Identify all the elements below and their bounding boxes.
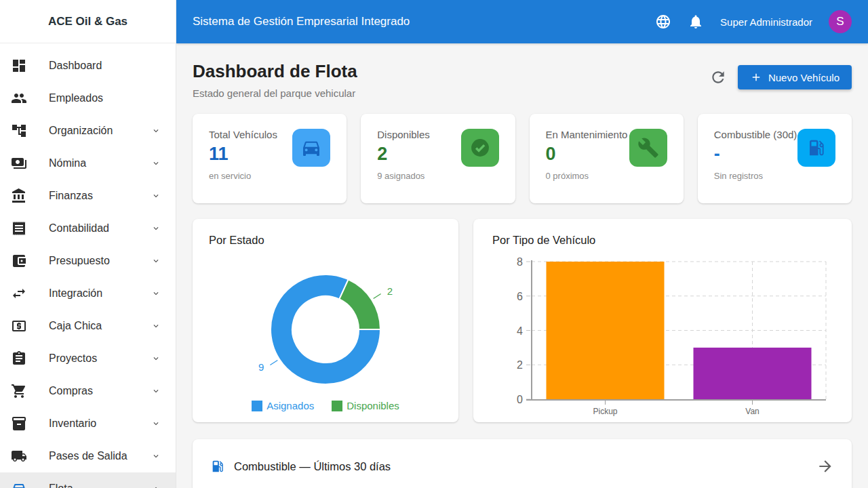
chevron-down-icon: [151, 224, 161, 233]
chevron-down-icon: [151, 191, 161, 201]
org-tree-icon: [11, 123, 27, 139]
arrow-right-icon[interactable]: [816, 458, 834, 475]
chevron-down-icon: [151, 256, 161, 266]
chevron-down-icon: [151, 289, 161, 298]
people-icon: [11, 90, 27, 106]
fuel-pump-icon: [797, 129, 835, 167]
app-title: Sistema de Gestión Empresarial Integrado: [193, 15, 410, 28]
sidebar-item-label: Dashboard: [49, 60, 102, 72]
chevron-up-icon: [151, 484, 161, 488]
chart-legend: AsignadosDisponibles: [193, 400, 458, 411]
chevron-down-icon: [151, 354, 161, 363]
legend-item[interactable]: Disponibles: [332, 400, 399, 411]
sidebar-item-label: Proyectos: [49, 352, 97, 365]
dashboard-icon: [11, 58, 27, 74]
sidebar: ACE Oil & Gas Dashboard Empleados Organi…: [0, 0, 176, 488]
legend-label: Asignados: [267, 400, 314, 411]
stat-card-en-mantenimiento: En Mantenimiento 0 0 próximos: [530, 114, 684, 203]
sidebar-item-inventario[interactable]: Inventario: [0, 407, 176, 440]
legend-label: Disponibles: [347, 400, 399, 411]
sidebar-item-caja-chica[interactable]: Caja Chica: [0, 310, 176, 342]
legend-item[interactable]: Asignados: [252, 400, 314, 411]
stat-card-disponibles: Disponibles 2 9 asignados: [361, 114, 515, 203]
svg-text:6: 6: [517, 291, 523, 302]
sidebar-item-finanzas[interactable]: Finanzas: [0, 180, 176, 212]
globe-icon[interactable]: [655, 14, 671, 30]
car-outline-icon: [11, 481, 27, 488]
wrench-icon: [629, 129, 667, 167]
svg-text:4: 4: [517, 325, 523, 337]
sidebar-item-label: Integración: [49, 287, 102, 300]
check-circle-icon: [461, 129, 499, 167]
page-title: Dashboard de Flota: [193, 61, 357, 82]
sidebar-menu: Dashboard Empleados Organización Nómina …: [0, 43, 176, 488]
bar-chart-card: Por Tipo de Vehículo 02468PickupVan: [473, 219, 852, 422]
sidebar-item-label: Finanzas: [49, 190, 93, 202]
topbar-actions: Super Administrador S: [655, 10, 852, 33]
svg-text:Van: Van: [745, 407, 759, 416]
stat-caption: 0 próximos: [546, 171, 667, 181]
stat-caption: en servicio: [209, 171, 330, 181]
sidebar-item-integracion[interactable]: Integración: [0, 277, 176, 310]
cash-icon: [11, 318, 27, 334]
sidebar-item-contabilidad[interactable]: Contabilidad: [0, 212, 176, 245]
sidebar-item-flota[interactable]: Flota: [0, 472, 176, 488]
sidebar-item-proyectos[interactable]: Proyectos: [0, 342, 176, 375]
bell-icon[interactable]: [688, 14, 704, 30]
main-content: Dashboard de Flota Estado general del pa…: [176, 43, 868, 488]
chevron-down-icon: [151, 159, 161, 168]
donut-chart-title: Por Estado: [193, 234, 458, 250]
wallet-icon: [11, 253, 27, 269]
sidebar-item-label: Pases de Salida: [49, 450, 127, 462]
legend-swatch: [332, 401, 342, 411]
new-vehicle-button[interactable]: Nuevo Vehículo: [738, 65, 852, 89]
sidebar-item-label: Compras: [49, 385, 93, 397]
chevron-down-icon: [151, 451, 161, 461]
bar-chart: 02468PickupVan: [473, 251, 852, 422]
stat-caption: Sin registros: [714, 171, 835, 181]
chevron-down-icon: [151, 321, 161, 331]
stat-cards: Total Vehículos 11 en servicio Disponibl…: [193, 114, 852, 203]
sidebar-item-organizacion[interactable]: Organización: [0, 115, 176, 147]
svg-text:2: 2: [387, 285, 393, 297]
sidebar-item-label: Inventario: [49, 418, 96, 430]
fuel-panel[interactable]: Combustible — Últimos 30 días: [193, 439, 852, 488]
chevron-down-icon: [151, 386, 161, 396]
page-header: Dashboard de Flota Estado general del pa…: [193, 61, 852, 99]
receipt-icon: [11, 220, 27, 237]
bank-icon: [11, 188, 27, 204]
svg-text:9: 9: [258, 361, 264, 373]
swap-horiz-icon: [11, 285, 27, 302]
payments-icon: [11, 155, 27, 171]
user-name[interactable]: Super Administrador: [720, 16, 812, 28]
sidebar-item-label: Empleados: [49, 92, 103, 104]
chevron-down-icon: [151, 419, 161, 428]
bar-chart-title: Por Tipo de Vehículo: [473, 234, 852, 250]
chevron-down-icon: [151, 126, 161, 136]
sidebar-item-dashboard[interactable]: Dashboard: [0, 49, 176, 82]
sidebar-item-presupuesto[interactable]: Presupuesto: [0, 245, 176, 277]
new-vehicle-label: Nuevo Vehículo: [768, 72, 840, 83]
sidebar-item-nomina[interactable]: Nómina: [0, 147, 176, 180]
car-icon: [292, 129, 330, 167]
legend-swatch: [252, 401, 262, 411]
plus-icon: [750, 71, 762, 83]
donut-chart-card: Por Estado 92 AsignadosDisponibles: [193, 219, 458, 422]
svg-text:8: 8: [517, 256, 523, 268]
sidebar-item-empleados[interactable]: Empleados: [0, 82, 176, 115]
sidebar-item-pases-de-salida[interactable]: Pases de Salida: [0, 440, 176, 472]
refresh-button[interactable]: [709, 68, 727, 86]
inventory-box-icon: [11, 415, 27, 432]
stat-card-total-vehiculos: Total Vehículos 11 en servicio: [193, 114, 347, 203]
sidebar-item-compras[interactable]: Compras: [0, 375, 176, 407]
clipboard-icon: [11, 350, 27, 367]
avatar[interactable]: S: [829, 10, 852, 33]
sidebar-item-label: Contabilidad: [49, 222, 109, 235]
sidebar-item-label: Nómina: [49, 157, 86, 169]
donut-chart: 92: [193, 260, 458, 399]
cart-icon: [11, 383, 27, 399]
truck-icon: [11, 448, 27, 464]
sidebar-item-label: Caja Chica: [49, 320, 102, 332]
sidebar-item-label: Presupuesto: [49, 255, 110, 267]
svg-text:Pickup: Pickup: [593, 407, 617, 416]
